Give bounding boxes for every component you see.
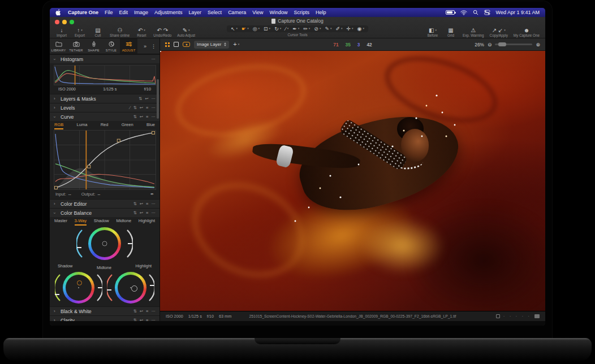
color-balance-panel-header[interactable]: Color Balance ⇅ ↩ ≡ ⋯ [50, 208, 159, 217]
menu-camera[interactable]: Camera [228, 10, 246, 15]
wifi-icon[interactable] [460, 10, 467, 15]
shadow-saturation-slider[interactable] [55, 272, 61, 303]
erase-tool[interactable]: ⊘ [314, 26, 321, 32]
presets-icon[interactable]: ≡ [146, 309, 148, 314]
search-icon[interactable] [473, 10, 478, 15]
cb-tab-highlight[interactable]: Highlight [139, 218, 155, 226]
linear-mask-tool[interactable]: ✐ [335, 26, 342, 32]
draw-mask-tool[interactable]: ✎ [325, 26, 331, 32]
copy-adjustments-icon[interactable]: ⇅ [133, 105, 137, 110]
menu-window[interactable]: Window [270, 10, 288, 15]
curve-tab-red[interactable]: Red [101, 122, 109, 129]
tab-style[interactable]: STYLE [102, 38, 120, 54]
tab-shape[interactable]: SHAPE [85, 38, 102, 54]
menubar-clock[interactable]: Wed Apr 1 9:41 AM [496, 10, 540, 15]
annotate-tool[interactable]: ◉ [357, 26, 364, 32]
menu-view[interactable]: View [252, 10, 263, 15]
tab-tether[interactable]: TETHER [67, 38, 85, 54]
menu-layer[interactable]: Layer [189, 10, 202, 15]
reset-icon[interactable]: ↩ [140, 309, 143, 314]
shadow-lightness-slider[interactable] [96, 272, 102, 303]
midtone-color-wheel[interactable] [88, 227, 121, 260]
crop-tool[interactable]: ⊡ [264, 26, 270, 32]
reset-icon[interactable]: ↩ [145, 96, 148, 101]
add-layer-button[interactable]: + [233, 41, 239, 47]
pan-tool[interactable]: ☛ [242, 26, 249, 32]
menu-scripts[interactable]: Scripts [294, 10, 310, 15]
my-capture-one-button[interactable]: ☻ My Capture One [514, 27, 540, 37]
curve-panel-header[interactable]: Curve ⇅ ↩ ≡ ⋯ [50, 112, 159, 121]
single-view-icon[interactable] [174, 42, 179, 47]
expand-tabs-icon[interactable]: » [144, 44, 146, 49]
more-icon[interactable]: ⋯ [152, 201, 156, 206]
more-icon[interactable]: ⋯ [152, 96, 156, 101]
midtone-lightness-slider[interactable] [126, 228, 133, 259]
more-icon[interactable]: ⋯ [152, 105, 156, 110]
highlight-color-wheel[interactable] [115, 272, 146, 304]
presets-icon[interactable]: ≡ [146, 210, 148, 215]
highlight-lightness-slider[interactable] [148, 272, 154, 303]
copy-adjustments-icon[interactable]: ⇅ [133, 309, 137, 314]
more-tabs-icon[interactable]: ⋮ [151, 44, 156, 49]
tab-adjust[interactable]: ADJUST [120, 38, 137, 54]
filmstrip-toggle-icon[interactable] [534, 314, 540, 318]
rotate-tool[interactable]: ↻ [274, 26, 281, 32]
copy-apply-button[interactable]: ↗ ↙ Copy/Apply [490, 27, 508, 37]
undo-redo-button[interactable]: ↶ ↷ Undo/Redo [153, 27, 171, 37]
reset-icon[interactable]: ↩ [140, 201, 143, 206]
copy-adjustments-icon[interactable]: ⇅ [133, 210, 137, 215]
more-icon[interactable]: ⋯ [152, 318, 156, 321]
import-button[interactable]: ↓ Import [55, 27, 68, 37]
grid-button[interactable]: ▦ Grid [445, 27, 457, 37]
multi-view-icon[interactable] [165, 42, 170, 47]
levels-panel-header[interactable]: Levels ∕ ⇅ ↩ ≡ ⋯ [50, 103, 159, 112]
menu-adjustments[interactable]: Adjustments [154, 10, 183, 15]
cb-tab-midtone[interactable]: Midtone [116, 218, 131, 226]
more-icon[interactable]: ⋯ [152, 57, 156, 62]
layer-select[interactable]: Image Layer [194, 41, 229, 49]
tab-library[interactable]: LIBRARY [50, 38, 67, 54]
menu-edit[interactable]: Edit [119, 10, 128, 15]
reset-icon[interactable]: ↩ [140, 318, 143, 321]
color-tag-icon[interactable] [496, 314, 500, 318]
curve-picker-icon[interactable]: ✒ [150, 192, 154, 197]
proof-view-icon[interactable] [183, 42, 190, 47]
midtone-saturation-slider[interactable] [76, 228, 83, 259]
clarity-panel-header[interactable]: Clarity ⇅ ↩ ≡ ⋯ [50, 315, 159, 321]
color-editor-panel-header[interactable]: Color Editor ⇅ ↩ ≡ ⋯ [50, 199, 159, 208]
color-picker-tool[interactable]: ✒ [292, 26, 299, 32]
menu-capture-one[interactable]: Capture One [68, 10, 98, 15]
black-white-panel-header[interactable]: Black & White ⇅ ↩ ≡ ⋯ [50, 306, 159, 315]
shadow-color-wheel[interactable] [63, 272, 94, 304]
presets-icon[interactable]: ≡ [146, 318, 148, 321]
presets-icon[interactable]: ≡ [146, 201, 148, 206]
presets-icon[interactable]: ≡ [146, 114, 148, 119]
curve-tab-green[interactable]: Green [122, 122, 133, 129]
cb-tab-3way[interactable]: 3-Way [75, 218, 87, 226]
exposure-warning-button[interactable]: ⚠ Exp. Warning [463, 27, 484, 37]
histogram-panel-header[interactable]: Histogram ⋯ [50, 54, 159, 63]
cull-button[interactable]: ▤ Cull [92, 27, 104, 37]
export-button[interactable]: ↑ Export [74, 27, 86, 37]
spot-removal-tool[interactable]: ✏ [303, 26, 310, 32]
curve-tab-blue[interactable]: Blue [146, 122, 155, 129]
zoom-level[interactable]: 26% [475, 42, 484, 47]
more-icon[interactable]: ⋯ [152, 114, 156, 119]
highlight-saturation-slider[interactable] [107, 272, 113, 303]
menu-file[interactable]: File [105, 10, 113, 15]
sidebar-scrollbar[interactable] [157, 79, 159, 119]
copy-adjustments-icon[interactable]: ⇅ [133, 318, 137, 321]
radial-mask-tool[interactable]: ✛ [347, 26, 353, 32]
shadow-wheel-marker[interactable] [77, 280, 82, 285]
copy-adjustments-icon[interactable]: ⇅ [139, 96, 142, 101]
layers-masks-panel-header[interactable]: Layers & Masks ⇅ ↩ ⋯ [50, 94, 159, 103]
battery-icon[interactable] [446, 10, 455, 15]
cb-tab-shadow[interactable]: Shadow [94, 218, 109, 226]
menu-image[interactable]: Image [134, 10, 148, 15]
loupe-tool[interactable]: ◎ [253, 26, 260, 32]
curve-tab-luma[interactable]: Luma [77, 122, 88, 129]
copy-adjustments-icon[interactable]: ⇅ [133, 201, 137, 206]
share-online-button[interactable]: ⚇ Share online [110, 27, 130, 37]
reset-icon[interactable]: ↩ [140, 210, 143, 215]
reset-icon[interactable]: ↩ [140, 105, 143, 110]
